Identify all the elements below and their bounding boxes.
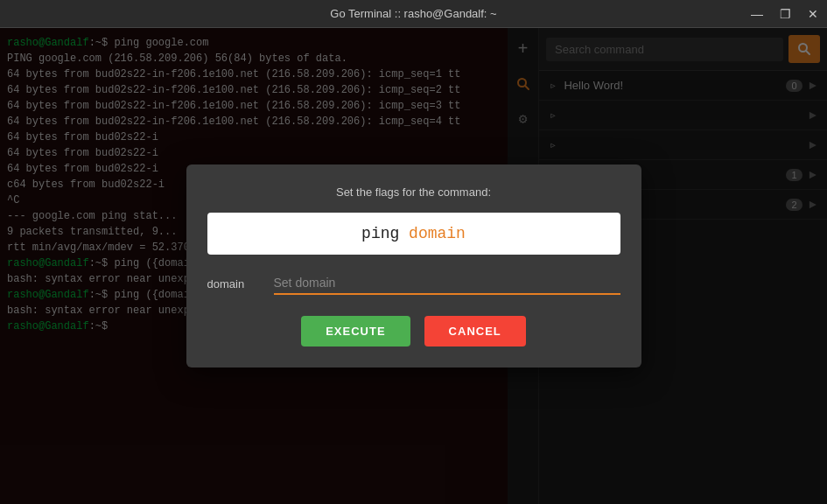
modal-overlay: Set the flags for the command: ping doma… (0, 28, 827, 504)
modal-dialog: Set the flags for the command: ping doma… (186, 164, 641, 368)
form-label: domain (207, 277, 260, 290)
command-display: ping domain (207, 213, 620, 255)
command-base-text: ping (361, 225, 409, 242)
form-row: domain (207, 272, 620, 295)
close-button[interactable]: ✕ (799, 0, 827, 28)
execute-button[interactable]: EXECUTE (301, 316, 410, 346)
command-variable-text: domain (409, 225, 466, 242)
cancel-button[interactable]: CANCEL (424, 316, 526, 346)
title-bar: Go Terminal :: rasho@Gandalf: ~ — ❐ ✕ (0, 0, 827, 28)
modal-buttons: EXECUTE CANCEL (207, 316, 620, 346)
modal-title: Set the flags for the command: (207, 186, 620, 199)
maximize-button[interactable]: ❐ (771, 0, 799, 28)
minimize-button[interactable]: — (743, 0, 771, 28)
window-controls: — ❐ ✕ (743, 0, 827, 28)
window-title: Go Terminal :: rasho@Gandalf: ~ (330, 7, 496, 20)
domain-input[interactable] (274, 272, 620, 295)
